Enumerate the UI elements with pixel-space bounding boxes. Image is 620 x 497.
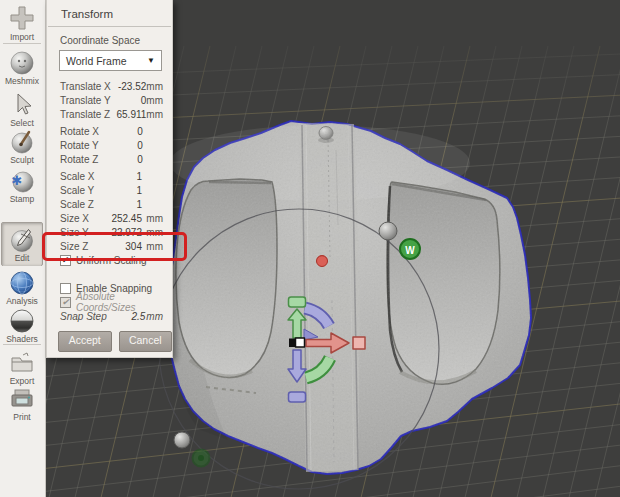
sidebar-separator	[3, 344, 41, 345]
coordinate-space-value: World Frame	[66, 55, 126, 67]
transform-row-scale-z: Scale Z 1	[47, 197, 172, 211]
absolute-coords-checkbox[interactable]	[60, 297, 71, 308]
transform-row-size-z: Size Z 304 mm	[47, 239, 172, 253]
transform-row-rotate-z: Rotate Z 0	[47, 152, 172, 166]
gizmo-center-handle[interactable]	[296, 338, 305, 347]
sidebar-separator	[3, 43, 41, 44]
svg-text:✱: ✱	[12, 173, 23, 188]
uniform-scaling-row: Uniform Scaling	[47, 253, 172, 267]
sidebar-item-select[interactable]: Select	[0, 92, 44, 128]
transform-row-translate-z: Translate Z 65.911 mm	[47, 107, 172, 121]
transform-row-rotate-y: Rotate Y 0	[47, 138, 172, 152]
absolute-coords-row: Absolute Coords/Sizes	[47, 295, 172, 309]
sidebar-item-import[interactable]: Import	[0, 4, 44, 42]
sidebar-separator	[3, 265, 41, 266]
transform-row-rotate-x: Rotate X 0	[47, 124, 172, 138]
select-cursor-icon	[9, 92, 35, 118]
scale-x-field[interactable]: 1	[96, 171, 142, 182]
scale-y-field[interactable]: 1	[96, 185, 142, 196]
translate-y-field[interactable]: 0	[111, 95, 147, 106]
snap-step-row: Snap Step 2.5 mm	[47, 309, 172, 323]
size-z-field[interactable]: 304	[96, 241, 142, 252]
transform-row-size-y: Size Y 22.972 mm	[47, 225, 172, 239]
stamp-icon: ✱	[9, 168, 35, 194]
transform-row-scale-x: Scale X 1	[47, 169, 172, 183]
gizmo-scale-handle-right[interactable]	[353, 337, 365, 349]
sculpt-brush-icon	[9, 129, 35, 155]
gizmo-scale-handle-bottom[interactable]	[289, 392, 306, 402]
sidebar-item-export[interactable]: Export	[0, 350, 44, 386]
size-y-field[interactable]: 22.972	[96, 227, 142, 238]
sidebar-item-shaders[interactable]: Shaders	[0, 308, 44, 344]
meshmix-sphere-icon	[9, 50, 35, 76]
chevron-down-icon: ▼	[147, 56, 155, 65]
transform-panel: Transform Coordinate Space World Frame ▼…	[46, 0, 173, 358]
transform-row-size-x: Size X 252.45 mm	[47, 211, 172, 225]
rotate-z-field[interactable]: 0	[98, 154, 142, 165]
snap-step-field[interactable]: 2.5	[107, 311, 146, 322]
import-plus-icon	[8, 4, 36, 32]
sidebar-item-print[interactable]: Print	[0, 386, 44, 422]
gizmo-scale-handle-top[interactable]	[289, 297, 306, 307]
translate-z-field[interactable]: 65.911	[110, 109, 146, 120]
sidebar-item-edit[interactable]: Edit	[1, 222, 43, 266]
sidebar-item-stamp[interactable]: ✱ Stamp	[0, 168, 44, 204]
analysis-wireframe-sphere-icon	[9, 270, 35, 296]
edit-pencil-icon	[9, 226, 36, 253]
rotate-x-field[interactable]: 0	[99, 126, 143, 137]
sidebar-item-analysis[interactable]: Analysis	[0, 270, 44, 306]
uniform-scaling-checkbox[interactable]	[60, 255, 71, 266]
panel-title: Transform	[47, 0, 172, 26]
coordinate-space-label: Coordinate Space	[47, 27, 172, 50]
ring-sphere-handle[interactable]	[379, 222, 397, 240]
transform-row-translate-y: Translate Y 0 mm	[47, 93, 172, 107]
toolbar-sidebar: Import Meshmix Select Sculpt ✱ Stamp	[0, 0, 46, 497]
export-folder-icon	[9, 350, 35, 376]
sidebar-item-sculpt[interactable]: Sculpt	[0, 129, 44, 165]
cancel-button[interactable]: Cancel	[119, 331, 173, 352]
origin-sphere-handle[interactable]	[174, 432, 190, 448]
sidebar-item-meshmix[interactable]: Meshmix	[0, 50, 44, 86]
size-x-field[interactable]: 252.45	[96, 213, 142, 224]
rotate-y-field[interactable]: 0	[99, 140, 143, 151]
scale-z-field[interactable]: 1	[96, 199, 142, 210]
print-printer-icon	[9, 386, 35, 412]
translate-x-field[interactable]: -23.52	[111, 81, 147, 92]
transform-row-translate-x: Translate X -23.52 mm	[47, 79, 172, 93]
shaders-chrome-sphere-icon	[9, 308, 35, 334]
enable-snapping-checkbox[interactable]	[60, 283, 71, 294]
coordinate-space-dropdown[interactable]: World Frame ▼	[59, 50, 162, 71]
accept-button[interactable]: Accept	[58, 331, 112, 352]
transform-row-scale-y: Scale Y 1	[47, 183, 172, 197]
world-frame-label: W	[405, 245, 415, 256]
